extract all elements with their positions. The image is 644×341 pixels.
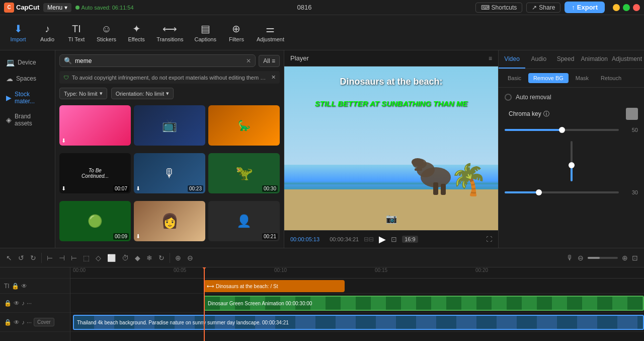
slider-track-1[interactable] <box>505 129 619 131</box>
speed-button[interactable]: ⏱ <box>120 252 131 264</box>
freeze-button[interactable]: ❄ <box>144 252 154 264</box>
export-button[interactable]: ↑ Export <box>565 2 605 13</box>
play-button[interactable]: ▶ <box>379 234 386 245</box>
captions-tool[interactable]: ▤ Captions <box>190 20 221 45</box>
media-thumb[interactable]: 📺 <box>134 105 205 146</box>
media-thumb[interactable]: 🦖 00:30 <box>208 153 280 193</box>
video-clip[interactable]: Dinosaur Green Screen Animation 00:00:30… <box>204 296 644 311</box>
type-filter-dropdown[interactable]: Type: No limit ▾ <box>59 88 107 99</box>
maximize-button[interactable] <box>623 4 630 11</box>
media-thumb[interactable]: 🟢 00:09 <box>59 201 131 241</box>
media-thumb[interactable]: ⬇ <box>59 105 131 146</box>
slider-track-2[interactable] <box>505 191 619 193</box>
eye-icon[interactable]: 👁 <box>14 300 20 307</box>
adjustment-tool[interactable]: ⚌ Adjustment <box>252 20 289 45</box>
more-icon[interactable]: ··· <box>27 300 32 307</box>
split-tail-button[interactable]: ⊢ <box>69 252 79 264</box>
snapshot-icon[interactable]: 📷 <box>386 213 397 224</box>
slider-thumb-2[interactable] <box>536 189 542 195</box>
sub-tab-remove-bg[interactable]: Remove BG <box>528 73 569 83</box>
redo-button[interactable]: ↻ <box>28 252 38 264</box>
orientation-filter-dropdown[interactable]: Orientation: No limit ▾ <box>111 88 174 99</box>
close-button[interactable] <box>633 4 640 11</box>
audio-icon[interactable]: ♪ <box>22 319 25 326</box>
filters-tool[interactable]: ⊕ Filters <box>222 20 251 45</box>
undo-button[interactable]: ↺ <box>16 252 26 264</box>
zoom-slider-plus[interactable]: ⊕ <box>620 252 630 264</box>
fit-timeline-button[interactable]: ⊡ <box>630 252 640 264</box>
tab-adjustment[interactable]: Adjustment <box>610 50 644 69</box>
playhead[interactable] <box>204 267 205 341</box>
transitions-tool[interactable]: ⟷ Transitions <box>151 20 188 45</box>
minimize-button[interactable] <box>613 4 620 11</box>
mask-button[interactable]: ◇ <box>94 252 103 264</box>
tab-animation[interactable]: Animation <box>579 50 610 69</box>
shortcuts-button[interactable]: ⌨ Shortcuts <box>475 3 523 13</box>
lock-icon[interactable]: 🔒 <box>12 283 19 290</box>
text-clip[interactable]: ⟷ Dinosaurs at the beach: / St <box>204 280 345 292</box>
chroma-color-swatch[interactable] <box>626 108 638 120</box>
import-tool[interactable]: ⬇ Import <box>4 20 32 45</box>
bg-clip[interactable]: Thailand 4k beach background. Paradise n… <box>73 315 644 330</box>
sub-tab-mask[interactable]: Mask <box>571 73 594 83</box>
player-menu-icon[interactable]: ≡ <box>489 55 492 62</box>
split-button[interactable]: ⊢ <box>45 252 55 264</box>
more-icon[interactable]: ··· <box>27 319 32 326</box>
timeline-zoom-slider[interactable] <box>588 257 618 259</box>
tab-audio[interactable]: Audio <box>525 50 552 69</box>
sub-tab-basic[interactable]: Basic <box>503 73 526 83</box>
auto-removal-radio[interactable] <box>505 94 512 101</box>
player-area: Player ≡ Dinosaurs at the beach: STILL B… <box>284 50 498 248</box>
download-icon[interactable]: ⬇ <box>136 233 140 240</box>
media-thumb[interactable]: 👤 00:21 <box>208 201 280 241</box>
media-thumb[interactable]: 🦕 <box>208 105 280 146</box>
aspect-ratio-badge[interactable]: 16:9 <box>402 236 418 243</box>
sidebar-item-device[interactable]: 💻 Device <box>0 54 55 71</box>
split-head-button[interactable]: ⊣ <box>57 252 67 264</box>
sidebar-item-spaces[interactable]: ☁ Spaces <box>0 71 55 87</box>
eye-icon[interactable]: 👁 <box>21 283 27 290</box>
lock-icon[interactable]: 🔒 <box>4 300 12 307</box>
stickers-tool[interactable]: ☺ Stickers <box>92 20 121 45</box>
media-thumb[interactable]: To BeContinued... 00:07 ⬇ <box>59 153 131 193</box>
search-box[interactable]: 🔍 ✕ <box>59 54 256 67</box>
audio-tool[interactable]: ♪ Audio <box>33 20 61 45</box>
tab-video[interactable]: Video <box>499 50 525 69</box>
player-viewport[interactable]: Dinosaurs at the beach: STILL BETTER AT … <box>284 66 498 230</box>
media-thumb[interactable]: 🎙 00:23 ⬇ <box>134 153 205 193</box>
mic-button[interactable]: 🎙 <box>565 252 576 264</box>
loop-button[interactable]: ↻ <box>156 252 167 264</box>
download-icon[interactable]: ⬇ <box>136 185 140 192</box>
fit-screen-icon[interactable]: ⊡ <box>391 235 397 243</box>
vertical-slider[interactable] <box>571 141 573 181</box>
text-tool[interactable]: TI TI Text <box>62 20 91 45</box>
sidebar-item-brand[interactable]: ◈ Brand assets <box>0 109 55 131</box>
sidebar-item-stock[interactable]: ▶ Stock mater... <box>0 87 55 109</box>
sub-tab-retouch[interactable]: Retouch <box>596 73 626 83</box>
effects-tool[interactable]: ✦ Effects <box>122 20 150 45</box>
keyframe-button[interactable]: ◆ <box>133 252 142 264</box>
v-slider-thumb[interactable] <box>569 162 575 168</box>
zoom-slider-minus[interactable]: ⊖ <box>576 252 586 264</box>
select-tool-button[interactable]: ↖ <box>4 252 14 264</box>
all-filter-button[interactable]: All ≡ <box>259 55 280 67</box>
copyright-close-icon[interactable]: ✕ <box>271 74 276 81</box>
crop-button[interactable]: ⬚ <box>81 252 92 264</box>
eye-icon[interactable]: 👁 <box>14 319 20 326</box>
zoom-in-button[interactable]: ⊕ <box>173 252 183 264</box>
search-input[interactable] <box>75 57 243 64</box>
share-button[interactable]: ↗ Share <box>526 3 560 13</box>
media-thumb[interactable]: 👩 ⬇ <box>134 201 205 241</box>
menu-button[interactable]: Menu ▾ <box>43 3 71 12</box>
expand-button[interactable]: ⬜ <box>105 252 118 264</box>
download-icon[interactable]: ⬇ <box>61 185 66 192</box>
cover-button[interactable]: Cover <box>34 318 54 326</box>
lock-icon[interactable]: 🔒 <box>4 319 12 326</box>
fullscreen-button[interactable]: ⛶ <box>486 236 492 243</box>
tab-speed[interactable]: Speed <box>552 50 579 69</box>
zoom-out-button[interactable]: ⊖ <box>185 252 195 264</box>
download-icon[interactable]: ⬇ <box>61 138 66 144</box>
slider-thumb-1[interactable] <box>559 127 565 133</box>
audio-icon[interactable]: ♪ <box>22 300 25 307</box>
search-clear-icon[interactable]: ✕ <box>246 57 251 64</box>
